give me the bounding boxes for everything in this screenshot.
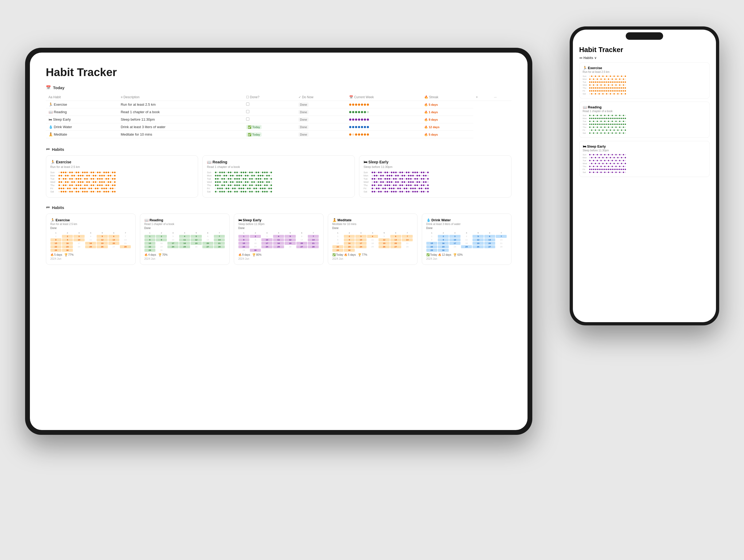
cal-cell: 29 xyxy=(144,249,155,252)
cal-cell: 13 xyxy=(390,238,401,241)
habit-donow[interactable]: Done xyxy=(296,131,346,138)
habit-donow[interactable]: Done xyxy=(296,108,346,116)
cal-cell: 17 xyxy=(73,242,84,245)
day-label: Sat xyxy=(50,190,58,193)
day-label: Sun xyxy=(207,171,214,174)
habit-done[interactable] xyxy=(244,108,296,116)
cal-cell: 14 xyxy=(308,238,319,241)
habit-donow[interactable]: Done xyxy=(296,101,346,108)
habit-name: 💧Drink Water xyxy=(46,123,118,131)
cal-cell: 14 xyxy=(214,238,225,241)
cal-cell: 9 xyxy=(250,238,261,241)
habit-donow[interactable]: Done xyxy=(296,123,346,131)
month-habit-cards: 🏃 Exercise Run for at least 2.5 km Done … xyxy=(46,214,512,265)
habit-done[interactable] xyxy=(244,101,296,108)
phone-day-label: Thu xyxy=(583,126,589,128)
phone-day-label: Tue xyxy=(583,159,589,162)
cal-cell: 28 xyxy=(120,245,131,248)
habit-done[interactable]: ✅ Today xyxy=(244,123,296,131)
cal-cell: 16 xyxy=(250,242,261,245)
cal-cell: 5 xyxy=(97,235,108,238)
cal-cell: 16 xyxy=(438,242,449,245)
card-month: 2024 Jun xyxy=(238,257,319,260)
col-done: ☐ Done? xyxy=(244,94,296,101)
cal-cell: 11 xyxy=(461,238,472,241)
cal-cell: 29 xyxy=(426,249,437,252)
cal-cell: 2 xyxy=(438,235,449,238)
cal-cell: 25 xyxy=(367,245,378,248)
cal-cell: 8 xyxy=(238,238,249,241)
cal-cell: 9 xyxy=(156,238,167,241)
phone-habit-desc: Run for at least 2.5 km xyxy=(583,71,706,73)
cal-cell: 26 xyxy=(285,245,296,248)
cal-cell: 15 xyxy=(332,242,343,245)
cal-cell: 14 xyxy=(402,238,413,241)
cal-cell: 5 xyxy=(285,235,296,238)
month-card-desc: Run for at least 2.5 km xyxy=(50,223,131,226)
cal-cell: 18 xyxy=(461,242,472,245)
cal-cell: 17 xyxy=(355,242,366,245)
day-label: Mon xyxy=(50,174,58,177)
habit-donow[interactable]: Done xyxy=(296,116,346,123)
cal-cell: 21 xyxy=(402,242,413,245)
cal-cell: 23 xyxy=(344,245,355,248)
habit-week-dots xyxy=(346,101,421,108)
day-label: Thu xyxy=(364,184,371,187)
cal-cell: 8 xyxy=(144,238,155,241)
card-footer: 🔥 5 days 🏆 77% xyxy=(50,253,131,256)
phone-day-label: Tue xyxy=(583,81,589,83)
month-card-title: 🛏 Sleep Early xyxy=(238,218,319,222)
cal-cell: 29 xyxy=(50,249,62,252)
phone-day-label: Sun xyxy=(583,75,589,77)
phone-day-label: Wed xyxy=(583,84,589,86)
cal-cell: 10 xyxy=(449,238,460,241)
cal-cell: 30 xyxy=(250,249,261,252)
card-month: 2024 Jun xyxy=(426,257,507,260)
day-label: Sat xyxy=(364,190,371,193)
phone-day-label: Wed xyxy=(583,162,589,165)
habit-name: 🧘Meditate xyxy=(46,131,118,138)
cal-cell: 19 xyxy=(285,242,296,245)
habit-week-dots xyxy=(346,123,421,131)
phone-day-label: Fri xyxy=(583,168,589,171)
phone-day-label: Fri xyxy=(583,90,589,92)
card-month: 2024 Jun xyxy=(50,257,131,260)
phone-day-label: Thu xyxy=(583,87,589,89)
scene: Habit Tracker 📅 Today Aa Habit ≡ Descrip… xyxy=(25,27,719,533)
table-row: 🏃Exercise Run for at least 2.5 km Done 🔥… xyxy=(46,101,512,108)
phone-day-label: Thu xyxy=(583,165,589,167)
habit-desc: Drink at least 3 liters of water xyxy=(118,123,244,131)
phone-habit-desc: Read 1 chapter of a book xyxy=(583,110,706,113)
cal-cell: 4 xyxy=(273,235,284,238)
cal-cell: 28 xyxy=(402,245,413,248)
cal-cell: 27 xyxy=(108,245,119,248)
day-label: Sun xyxy=(364,171,371,174)
habit-done[interactable] xyxy=(244,116,296,123)
cal-cell: 13 xyxy=(202,238,213,241)
cal-cell: 26 xyxy=(473,245,483,248)
cal-cell: 6 xyxy=(202,235,213,238)
habit-week-dots xyxy=(346,131,421,138)
month-card-status: Done xyxy=(426,227,507,230)
col-more[interactable]: ··· xyxy=(491,94,511,101)
cal-cell: 25 xyxy=(273,245,284,248)
habit-streak: 🔥 5 days xyxy=(421,101,473,108)
cal-cell: 19 xyxy=(473,242,483,245)
day-label: Thu xyxy=(50,184,58,187)
cal-cell: 20 xyxy=(202,242,213,245)
col-add[interactable]: + xyxy=(473,94,491,101)
cal-cell: 18 xyxy=(367,242,378,245)
table-row: 💧Drink Water Drink at least 3 liters of … xyxy=(46,123,512,131)
cal-cell: 6 xyxy=(484,235,495,238)
phone-day-label: Mon xyxy=(583,117,589,120)
cal-cell: 25 xyxy=(85,245,96,248)
habit-done[interactable]: ✅ Today xyxy=(244,131,296,138)
phone-day-label: Mon xyxy=(583,78,589,80)
streak-info: 🔥 4 days xyxy=(144,253,156,256)
cal-cell: 27 xyxy=(202,245,213,248)
habit-streak: 🔥 5 days xyxy=(421,131,473,138)
card-footer: ✅ Today 🔥 5 days 🏆 77% xyxy=(332,253,413,256)
cal-cell: 30 xyxy=(344,249,355,252)
cal-cell: 10 xyxy=(261,238,272,241)
cal-cell: 5 xyxy=(378,235,389,238)
